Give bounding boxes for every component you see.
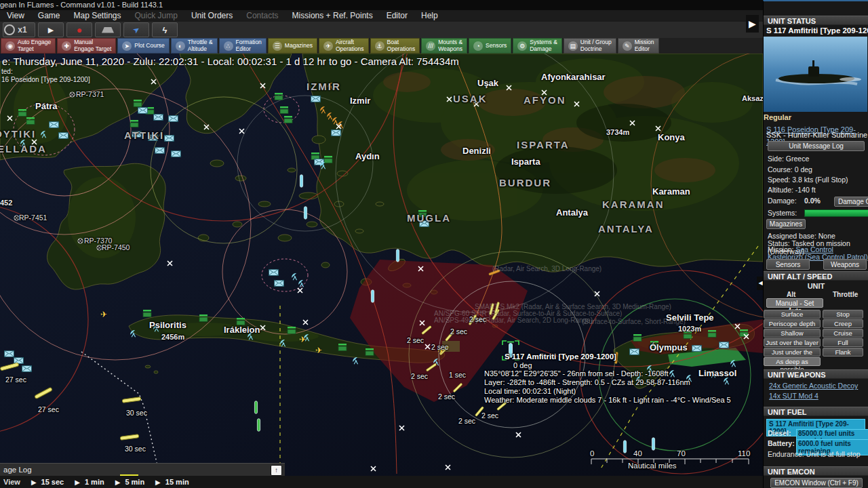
quick-toolbar: x1 ▶ ● ➤ ϟ: [0, 22, 763, 38]
throttle-cruise-button[interactable]: Cruise: [823, 329, 863, 338]
ribbon-label: Mounts & Weapons: [438, 39, 462, 52]
throttle-altitude-icon: ◐: [176, 41, 185, 51]
menu-item-game[interactable]: Game: [31, 10, 67, 22]
time-option-15-min[interactable]: 15 min: [165, 478, 189, 486]
menu-item-view[interactable]: View: [0, 10, 31, 22]
ribbon-label: Auto Engage Target: [18, 39, 51, 52]
menu-item-missions-ref-points[interactable]: Missions + Ref. Points: [285, 10, 380, 22]
time-option-5-min[interactable]: 5 min: [125, 478, 144, 486]
ribbon-label: Systems & Damage: [530, 39, 557, 52]
map-viewport[interactable]: ✈✈✈✈ IZMIRUSAKAFYONISPARTABURDURKARAMANA…: [0, 54, 763, 476]
ribbon-systems-damage[interactable]: ⚙Systems & Damage: [513, 38, 562, 54]
message-log-bar[interactable]: age Log ↑: [0, 463, 285, 476]
ribbon-label: Sensors: [486, 43, 507, 49]
ribbon-mounts-weapons[interactable]: ///Mounts & Weapons: [421, 38, 467, 54]
map-canvas: [0, 54, 763, 476]
alt-speed-header: UNIT ALT / SPEED: [764, 271, 868, 281]
menu-item-help[interactable]: Help: [414, 10, 445, 22]
time-compression-button[interactable]: x1: [3, 22, 35, 37]
ribbon-label: Aircraft Operations: [336, 39, 364, 52]
clock-icon: [4, 24, 15, 35]
app-window: { "window": {"title": "gean In FLames - …: [0, 0, 868, 488]
endurance-text: Endurance: Unit is at full stop: [764, 450, 868, 458]
window-title: gean In FLames - Command v1.01 - Build 1…: [0, 1, 163, 9]
unit-side: Side: Greece: [764, 155, 868, 163]
ribbon-label: Mission Editor: [635, 39, 654, 52]
unit-altitude: Altitude: -140 ft: [764, 186, 868, 194]
alt-shallow-button[interactable]: Shallow: [764, 329, 821, 338]
menu-item-map-settings[interactable]: Map Settings: [66, 10, 127, 22]
play-button[interactable]: ▶: [38, 22, 64, 37]
time-option-15-sec[interactable]: 15 sec: [41, 478, 64, 486]
throttle-creep-button[interactable]: Creep: [823, 319, 863, 328]
ribbon-auto-engage-target[interactable]: ◉Auto Engage Target: [1, 38, 56, 54]
lightning-icon: ϟ: [163, 25, 167, 35]
menu-item-quick-jump: Quick Jump: [128, 10, 184, 22]
menu-item-contacts: Contacts: [239, 10, 285, 22]
record-button[interactable]: ●: [66, 22, 92, 37]
unit-emcon-header: UNIT EMCON: [764, 466, 868, 476]
weapon-link-24x-generic-acoustic-decoy[interactable]: 24x Generic Acoustic Decoy: [769, 382, 858, 390]
camera-view-button[interactable]: [95, 22, 121, 37]
menu-item-editor[interactable]: Editor: [380, 10, 414, 22]
ribbon-mission-editor[interactable]: ✎Mission Editor: [618, 38, 659, 54]
time-compression-label: x1: [18, 25, 26, 35]
diesel-label: Diesel:: [768, 429, 791, 437]
systems-label: Systems:: [764, 209, 797, 217]
menu-item-unit-orders[interactable]: Unit Orders: [184, 10, 239, 22]
play-speed-icon: ▶: [155, 479, 161, 486]
pointer-icon: ➤: [131, 24, 142, 35]
ribbon-boat-operations[interactable]: ⚓Boat Operations: [370, 38, 420, 54]
pointer-button[interactable]: ➤: [123, 22, 149, 37]
unit-message-log-button[interactable]: Unit Message Log: [768, 141, 865, 151]
record-icon: ●: [77, 24, 82, 35]
ribbon-formation-editor[interactable]: ∴Formation Editor: [219, 38, 267, 54]
unit-title: S 117 Amfitriti [Type 209-1200]: [764, 26, 868, 35]
magazines-button[interactable]: Magazines: [766, 219, 806, 229]
ribbon-sensors[interactable]: ◔Sensors: [469, 38, 511, 54]
time-option-1-min[interactable]: 1 min: [85, 478, 104, 486]
unit-speed: Speed: 3.8 kts (Full Stop): [764, 176, 868, 184]
mission-editor-icon: ✎: [623, 41, 632, 51]
formation-editor-icon: ∴: [224, 41, 233, 51]
play-speed-icon: ▶: [31, 479, 37, 486]
alt-deep-button[interactable]: As deep as possible: [764, 357, 821, 366]
plot-course-icon: ➤: [122, 41, 132, 51]
alt-under-layer-button[interactable]: Just under the layer: [764, 348, 821, 357]
ribbon-unit-group-doctrine[interactable]: ▤Unit / Group Doctrine: [564, 38, 616, 54]
lightning-button[interactable]: ϟ: [152, 22, 178, 37]
ribbon-label: Unit / Group Doctrine: [580, 39, 612, 52]
play-speed-icon: ▶: [75, 479, 80, 486]
alt-periscope-button[interactable]: Periscope depth: [764, 319, 821, 328]
unit-photo: [764, 37, 868, 112]
alt-speed-grid: Surface Stop Periscope depth Creep Shall…: [764, 310, 868, 366]
up-arrow-icon: ↑: [275, 466, 278, 474]
throttle-flank-button[interactable]: Flank: [823, 348, 863, 357]
ribbon-plot-course[interactable]: ➤Plot Course: [117, 38, 169, 54]
alt-column-label: Alt: [787, 291, 795, 298]
throttle-column-label: Throttle: [833, 291, 858, 298]
weapons-button[interactable]: Weapons: [823, 259, 867, 270]
throttle-stop-button[interactable]: Stop: [823, 310, 863, 319]
unit-weapons-header: UNIT WEAPONS: [764, 369, 868, 379]
sensors-button[interactable]: Sensors: [766, 259, 810, 270]
panel-expand-tab[interactable]: ▶: [746, 15, 759, 33]
weapon-link-14x-sut-mod-4[interactable]: 14x SUT Mod 4: [769, 392, 818, 400]
ribbon-aircraft-operations[interactable]: ✈Aircraft Operations: [319, 38, 369, 54]
throttle-full-button[interactable]: Full: [823, 338, 863, 347]
unit-fuel-header: UNIT FUEL: [764, 407, 868, 416]
damage-control-button[interactable]: Damage Control: [834, 197, 868, 207]
manual-set-auto-button[interactable]: Manual - Set Auto: [766, 298, 823, 308]
active-time-compression-indicator: [120, 474, 138, 476]
alt-over-layer-button[interactable]: Just over the layer: [764, 338, 821, 347]
log-expand-button[interactable]: ↑: [271, 465, 282, 476]
ribbon-label: Manual Engage Target: [74, 39, 111, 52]
emcon-window-button[interactable]: EMCON Window (Ctrl + F9): [770, 478, 863, 488]
crew-proficiency: Regular: [764, 113, 868, 121]
ribbon-label: Magazines: [285, 43, 313, 49]
ribbon-throttle-altitude[interactable]: ◐Throttle & Altitude: [171, 38, 218, 54]
alt-surface-button[interactable]: Surface: [764, 310, 821, 319]
view-label: View: [3, 478, 20, 486]
ribbon-manual-engage-target[interactable]: ✚Manual Engage Target: [57, 38, 116, 54]
ribbon-magazines[interactable]: ☰Magazines: [268, 38, 317, 54]
